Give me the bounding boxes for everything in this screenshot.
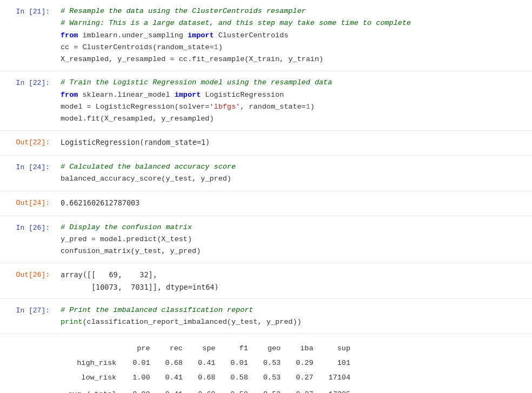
cell-label: Out[24]: xyxy=(0,191,54,216)
code-line: X_resampled, y_resampled = cc.fit_resamp… xyxy=(61,54,526,65)
report-cell: 0.27 xyxy=(288,388,321,393)
cell-content: # Display the confusion matrixy_pred = m… xyxy=(54,216,532,263)
code-line: from imblearn.under_sampling import Clus… xyxy=(61,30,526,42)
code-line: model.fit(X_resampled, y_resampled) xyxy=(61,113,526,125)
code-line: # Resample the data using the ClusterCen… xyxy=(61,5,526,17)
cell-content: prerecspef1geoibasuphigh_risk0.010.680.4… xyxy=(54,334,532,393)
report-header: iba xyxy=(288,342,321,356)
report-cell: 0.41 xyxy=(158,388,190,393)
report-cell: 101 xyxy=(321,356,358,371)
cell-cell-27-out: prerecspef1geoibasuphigh_risk0.010.680.4… xyxy=(0,334,532,393)
cell-content: # Train the Logistic Regression model us… xyxy=(54,71,532,130)
cell-label: In [21]: xyxy=(0,0,54,71)
code-line: print(classification_report_imbalanced(y… xyxy=(61,316,526,328)
code-line: # Print the imbalanced classification re… xyxy=(61,304,526,316)
code-line: cc = ClusterCentroids(random_state=1) xyxy=(61,42,526,54)
report-cell: low_risk xyxy=(61,371,125,385)
report-cell: 0.99 xyxy=(125,388,157,393)
report-table: prerecspef1geoibasuphigh_risk0.010.680.4… xyxy=(61,342,358,393)
report-header: sup xyxy=(321,342,358,356)
report-cell: 0.41 xyxy=(190,356,223,371)
report-header: geo xyxy=(256,342,288,356)
code-line: from sklearn.linear_model import Logisti… xyxy=(61,89,526,101)
code-line: # Display the confusion matrix xyxy=(61,222,526,234)
cell-content: # Calculated the balanced accuracy score… xyxy=(54,156,532,191)
cell-label: Out[22]: xyxy=(0,131,54,155)
cell-cell-24-in: In [24]:# Calculated the balanced accura… xyxy=(0,156,532,191)
report-cell: 0.58 xyxy=(223,388,255,393)
report-cell: 17205 xyxy=(321,388,358,393)
output-text: 0.6621602612787003 xyxy=(61,197,526,209)
cell-content: # Print the imbalanced classification re… xyxy=(54,299,532,334)
report-cell: high_risk xyxy=(61,356,125,371)
report-cell: 0.53 xyxy=(256,371,288,385)
report-cell: 0.68 xyxy=(190,388,223,393)
report-cell: 0.53 xyxy=(256,388,288,393)
code-line: # Calculated the balanced accuracy score xyxy=(61,161,526,173)
report-row: high_risk0.010.680.410.010.530.29101 xyxy=(61,356,358,371)
code-line: # Warning: This is a large dataset, and … xyxy=(61,17,526,29)
report-header xyxy=(61,342,125,356)
code-line: # Train the Logistic Regression model us… xyxy=(61,77,526,89)
report-cell: 17104 xyxy=(321,371,358,385)
cell-cell-24-out: Out[24]:0.6621602612787003 xyxy=(0,191,532,216)
output-text: LogisticRegression(random_state=1) xyxy=(61,136,526,148)
report-cell: 1.00 xyxy=(125,371,157,385)
report-cell: 0.27 xyxy=(288,371,321,385)
report-row: low_risk1.000.410.680.580.530.2717104 xyxy=(61,371,358,385)
code-line: balanced_accuracy_score(y_test, y_pred) xyxy=(61,173,526,185)
report-row: avg / total0.990.410.680.580.530.2717205 xyxy=(61,388,358,393)
cell-label: In [24]: xyxy=(0,156,54,191)
report-header: spe xyxy=(190,342,223,356)
report-cell: avg / total xyxy=(61,388,125,393)
report-header: rec xyxy=(158,342,190,356)
cell-label xyxy=(0,334,54,393)
report-cell: 0.68 xyxy=(158,356,190,371)
cell-content: array([[ 69, 32], [10073, 7031]], dtype=… xyxy=(54,263,532,298)
code-line: y_pred = model.predict(X_test) xyxy=(61,234,526,245)
report-cell: 0.58 xyxy=(223,371,255,385)
report-cell: 0.53 xyxy=(256,356,288,371)
notebook: In [21]:# Resample the data using the Cl… xyxy=(0,0,532,393)
cell-label: Out[26]: xyxy=(0,263,54,298)
cell-label: In [22]: xyxy=(0,71,54,130)
report-header: pre xyxy=(125,342,157,356)
report-header: f1 xyxy=(223,342,255,356)
cell-content: 0.6621602612787003 xyxy=(54,191,532,216)
cell-content: # Resample the data using the ClusterCen… xyxy=(54,0,532,71)
cell-cell-22-in: In [22]:# Train the Logistic Regression … xyxy=(0,71,532,131)
code-line: model = LogisticRegression(solver='lbfgs… xyxy=(61,101,526,113)
cell-label: In [27]: xyxy=(0,299,54,334)
cell-cell-26-out: Out[26]:array([[ 69, 32], [10073, 7031]]… xyxy=(0,263,532,299)
cell-content: LogisticRegression(random_state=1) xyxy=(54,131,532,155)
report-cell: 0.29 xyxy=(288,356,321,371)
output-text: array([[ 69, 32], [10073, 7031]], dtype=… xyxy=(61,269,526,293)
cell-cell-27-in: In [27]:# Print the imbalanced classific… xyxy=(0,299,532,335)
report-cell: 0.41 xyxy=(158,371,190,385)
cell-label: In [26]: xyxy=(0,216,54,263)
cell-cell-26-in: In [26]:# Display the confusion matrixy_… xyxy=(0,216,532,264)
report-cell: 0.68 xyxy=(190,371,223,385)
report-cell: 0.01 xyxy=(125,356,157,371)
report-cell: 0.01 xyxy=(223,356,255,371)
cell-cell-22-out: Out[22]:LogisticRegression(random_state=… xyxy=(0,131,532,156)
cell-cell-21: In [21]:# Resample the data using the Cl… xyxy=(0,0,532,71)
code-line: confusion_matrix(y_test, y_pred) xyxy=(61,245,526,257)
